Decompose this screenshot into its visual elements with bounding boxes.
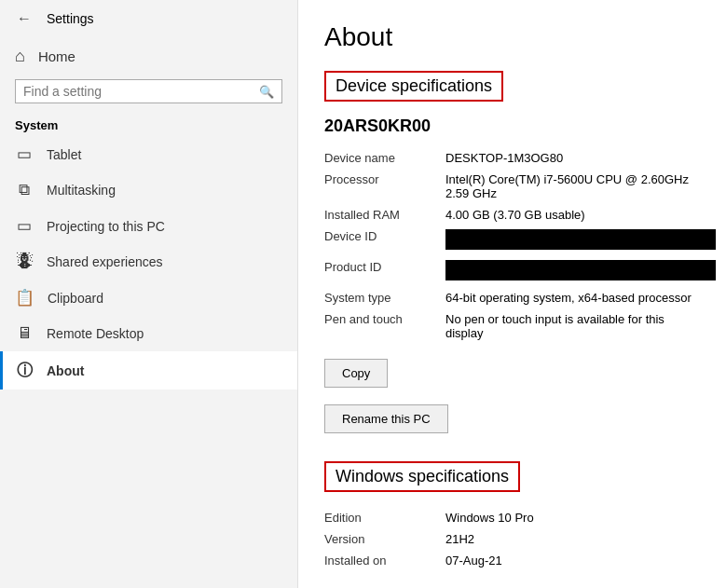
device-name: 20ARS0KR00 [324, 116, 700, 136]
sidebar-item-shared[interactable]: ⛇ Shared experiences [0, 244, 297, 280]
spec-label: Edition [324, 511, 445, 525]
spec-table: Device name DESKTOP-1M3OG80 Processor In… [324, 147, 700, 344]
remote-icon: 🖥 [15, 324, 34, 343]
spec-value [445, 260, 716, 283]
spec-value: Windows 10 Pro [445, 511, 700, 525]
sidebar-item-clipboard[interactable]: 📋 Clipboard [0, 280, 297, 316]
search-icon: 🔍 [259, 85, 274, 99]
sidebar-item-remote[interactable]: 🖥 Remote Desktop [0, 316, 297, 351]
search-box[interactable]: 🔍 [15, 79, 282, 103]
spec-row-system-type: System type 64-bit operating system, x64… [324, 287, 700, 308]
titlebar: ← Settings [0, 0, 297, 37]
sidebar-item-label: Clipboard [48, 291, 103, 306]
sidebar-home-label: Home [38, 48, 75, 64]
about-icon: ⓘ [15, 360, 34, 381]
spec-label: Device ID [324, 229, 445, 243]
sidebar-item-label: Multitasking [47, 183, 116, 198]
titlebar-title: Settings [47, 11, 94, 26]
spec-value: 07-Aug-21 [445, 554, 700, 567]
spec-row-processor: Processor Intel(R) Core(TM) i7-5600U CPU… [324, 169, 700, 204]
spec-row-device-id: Device ID [324, 226, 700, 256]
sidebar-item-label: Projecting to this PC [47, 219, 165, 234]
clipboard-icon: 📋 [15, 288, 34, 308]
device-specs-header: Device specifications [324, 71, 503, 102]
spec-row-installed-on: Installed on 07-Aug-21 [324, 550, 700, 571]
back-button[interactable]: ← [11, 6, 37, 32]
section-label: System [0, 111, 297, 136]
spec-label: Device name [324, 151, 445, 165]
spec-label: Pen and touch [324, 312, 445, 326]
spec-label: Processor [324, 172, 445, 186]
sidebar-item-label: Tablet [47, 147, 81, 162]
spec-row-ram: Installed RAM 4.00 GB (3.70 GB usable) [324, 204, 700, 226]
sidebar-item-projecting[interactable]: ▭ Projecting to this PC [0, 208, 297, 244]
sidebar-item-label: Remote Desktop [47, 326, 144, 341]
sidebar-item-multitasking[interactable]: ⧉ Multitasking [0, 172, 297, 208]
spec-value: 21H2 [445, 532, 700, 546]
spec-value: Intel(R) Core(TM) i7-5600U CPU @ 2.60GHz… [445, 172, 700, 200]
redacted-product-id [445, 260, 716, 280]
windows-specs-header: Windows specifications [324, 461, 520, 492]
windows-spec-table: Edition Windows 10 Pro Version 21H2 Inst… [324, 507, 700, 571]
shared-icon: ⛇ [15, 253, 34, 271]
rename-button[interactable]: Rename this PC [324, 404, 448, 433]
spec-value: DESKTOP-1M3OG80 [445, 151, 700, 165]
sidebar: ← Settings ⌂ Home 🔍 System ▭ Tablet ⧉ Mu… [0, 0, 298, 588]
tablet-icon: ▭ [15, 144, 34, 164]
spec-row-device-name: Device name DESKTOP-1M3OG80 [324, 147, 700, 169]
home-icon: ⌂ [15, 47, 25, 66]
spec-row-edition: Edition Windows 10 Pro [324, 507, 700, 528]
spec-label: Product ID [324, 260, 445, 274]
spec-value: 4.00 GB (3.70 GB usable) [445, 208, 700, 222]
multitasking-icon: ⧉ [15, 181, 34, 199]
sidebar-item-label: About [47, 363, 84, 378]
redacted-device-id [445, 229, 716, 250]
spec-label: System type [324, 291, 445, 305]
page-title: About [324, 22, 700, 52]
spec-label: Installed on [324, 554, 445, 567]
search-input[interactable] [23, 84, 253, 99]
spec-value: No pen or touch input is available for t… [445, 312, 700, 340]
sidebar-item-about[interactable]: ⓘ About [0, 351, 297, 390]
spec-value: 64-bit operating system, x64-based proce… [445, 291, 700, 305]
sidebar-item-home[interactable]: ⌂ Home [0, 37, 297, 75]
spec-row-pen-touch: Pen and touch No pen or touch input is a… [324, 308, 700, 344]
sidebar-item-label: Shared experiences [47, 254, 163, 269]
sidebar-item-tablet[interactable]: ▭ Tablet [0, 136, 297, 172]
projecting-icon: ▭ [15, 216, 34, 236]
spec-value [445, 229, 716, 253]
spec-row-version: Version 21H2 [324, 528, 700, 550]
copy-button[interactable]: Copy [324, 359, 388, 388]
main-content: About Device specifications 20ARS0KR00 D… [298, 0, 726, 588]
spec-label: Installed RAM [324, 208, 445, 222]
spec-label: Version [324, 532, 445, 546]
spec-row-product-id: Product ID [324, 256, 700, 287]
